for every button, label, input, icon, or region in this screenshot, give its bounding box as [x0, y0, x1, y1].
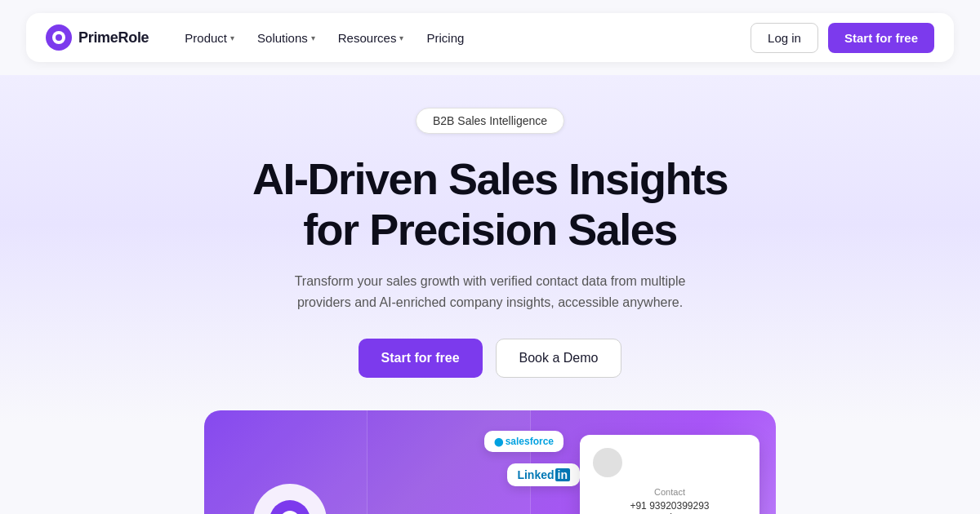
chevron-down-icon: ▾: [399, 33, 403, 42]
chevron-down-icon: ▾: [311, 33, 315, 42]
logo[interactable]: PrimeRole: [46, 24, 149, 51]
nav-pricing[interactable]: Pricing: [416, 24, 474, 51]
hero-title: AI-Driven Sales Insights for Precision S…: [0, 153, 980, 255]
login-button[interactable]: Log in: [751, 23, 818, 53]
dashboard-primerole-icon: [270, 500, 310, 514]
nav-solutions[interactable]: Solutions ▾: [247, 24, 325, 51]
contact-avatar: [593, 448, 622, 477]
primerole-logo-icon: [46, 24, 72, 51]
cta-buttons: Start for free Book a Demo: [0, 339, 980, 378]
nav-resources[interactable]: Resources ▾: [328, 24, 414, 51]
contact-card-header: [593, 448, 746, 477]
hero-start-free-button[interactable]: Start for free: [359, 339, 483, 378]
salesforce-badge: ⬤ salesforce: [484, 431, 564, 452]
hero-image-area: ⬤ salesforce Linkedin Contact +91 939203…: [204, 410, 776, 514]
svg-point-2: [56, 34, 62, 41]
hero-badge: B2B Sales Intelligence: [416, 108, 564, 134]
hero-section: B2B Sales Intelligence AI-Driven Sales I…: [0, 75, 980, 514]
contact-card: Contact +91 93920399293 example.com: [580, 435, 760, 514]
nav-left: PrimeRole Product ▾ Solutions ▾ Resource…: [46, 24, 474, 51]
nav-right: Log in Start for free: [751, 23, 934, 53]
start-free-button[interactable]: Start for free: [828, 23, 934, 53]
hero-subtitle: Transform your sales growth with verifie…: [278, 271, 702, 312]
nav-links: Product ▾ Solutions ▾ Resources ▾ Pricin…: [175, 24, 474, 51]
hero-dashboard: ⬤ salesforce Linkedin Contact +91 939203…: [204, 410, 776, 514]
contact-phone: +91 93920399293: [593, 500, 746, 512]
hero-book-demo-button[interactable]: Book a Demo: [496, 339, 622, 378]
nav-product[interactable]: Product ▾: [175, 24, 244, 51]
contact-label: Contact: [593, 487, 746, 497]
dashboard-center-panel: [368, 410, 531, 514]
chevron-down-icon: ▾: [230, 33, 234, 42]
linkedin-badge: Linkedin: [507, 463, 580, 486]
logo-text: PrimeRole: [78, 29, 149, 47]
navbar: PrimeRole Product ▾ Solutions ▾ Resource…: [26, 13, 954, 62]
